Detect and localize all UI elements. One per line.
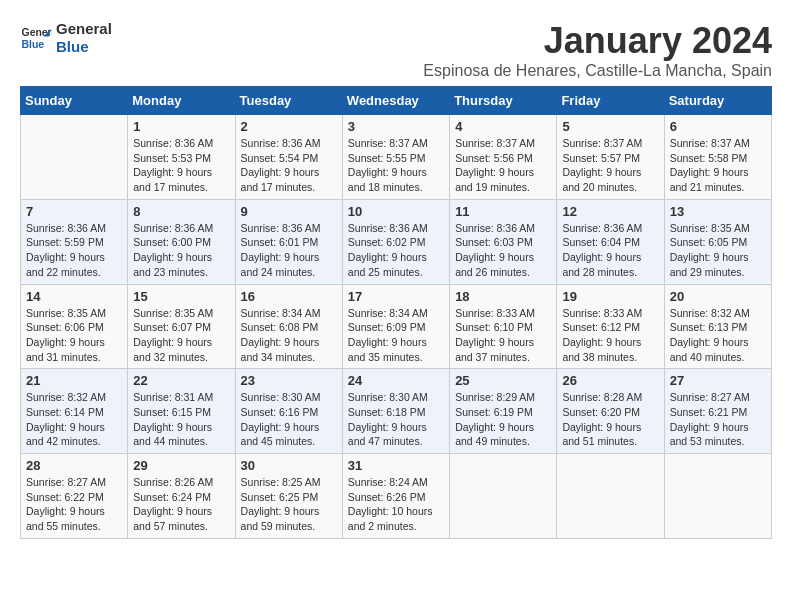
header-friday: Friday [557,87,664,115]
table-row: 31Sunrise: 8:24 AM Sunset: 6:26 PM Dayli… [342,454,449,539]
day-info: Sunrise: 8:36 AM Sunset: 5:53 PM Dayligh… [133,136,229,195]
table-row: 27Sunrise: 8:27 AM Sunset: 6:21 PM Dayli… [664,369,771,454]
table-row: 7Sunrise: 8:36 AM Sunset: 5:59 PM Daylig… [21,199,128,284]
calendar-week-row: 1Sunrise: 8:36 AM Sunset: 5:53 PM Daylig… [21,115,772,200]
table-row: 1Sunrise: 8:36 AM Sunset: 5:53 PM Daylig… [128,115,235,200]
table-row: 17Sunrise: 8:34 AM Sunset: 6:09 PM Dayli… [342,284,449,369]
day-info: Sunrise: 8:24 AM Sunset: 6:26 PM Dayligh… [348,475,444,534]
day-number: 22 [133,373,229,388]
day-number: 17 [348,289,444,304]
day-info: Sunrise: 8:30 AM Sunset: 6:16 PM Dayligh… [241,390,337,449]
header-tuesday: Tuesday [235,87,342,115]
table-row: 6Sunrise: 8:37 AM Sunset: 5:58 PM Daylig… [664,115,771,200]
day-number: 12 [562,204,658,219]
logo-line1: General [56,20,112,38]
day-number: 13 [670,204,766,219]
header-thursday: Thursday [450,87,557,115]
day-number: 11 [455,204,551,219]
day-info: Sunrise: 8:37 AM Sunset: 5:56 PM Dayligh… [455,136,551,195]
days-header-row: Sunday Monday Tuesday Wednesday Thursday… [21,87,772,115]
table-row: 28Sunrise: 8:27 AM Sunset: 6:22 PM Dayli… [21,454,128,539]
day-number: 26 [562,373,658,388]
table-row: 19Sunrise: 8:33 AM Sunset: 6:12 PM Dayli… [557,284,664,369]
day-info: Sunrise: 8:32 AM Sunset: 6:14 PM Dayligh… [26,390,122,449]
day-number: 31 [348,458,444,473]
day-info: Sunrise: 8:36 AM Sunset: 6:02 PM Dayligh… [348,221,444,280]
table-row: 25Sunrise: 8:29 AM Sunset: 6:19 PM Dayli… [450,369,557,454]
day-number: 3 [348,119,444,134]
day-number: 7 [26,204,122,219]
day-info: Sunrise: 8:37 AM Sunset: 5:58 PM Dayligh… [670,136,766,195]
location-subtitle: Espinosa de Henares, Castille-La Mancha,… [423,62,772,80]
table-row: 21Sunrise: 8:32 AM Sunset: 6:14 PM Dayli… [21,369,128,454]
table-row [557,454,664,539]
calendar-table: Sunday Monday Tuesday Wednesday Thursday… [20,86,772,539]
table-row: 10Sunrise: 8:36 AM Sunset: 6:02 PM Dayli… [342,199,449,284]
day-number: 19 [562,289,658,304]
table-row: 5Sunrise: 8:37 AM Sunset: 5:57 PM Daylig… [557,115,664,200]
calendar-week-row: 7Sunrise: 8:36 AM Sunset: 5:59 PM Daylig… [21,199,772,284]
day-number: 23 [241,373,337,388]
table-row: 15Sunrise: 8:35 AM Sunset: 6:07 PM Dayli… [128,284,235,369]
svg-text:Blue: Blue [22,39,45,50]
table-row: 16Sunrise: 8:34 AM Sunset: 6:08 PM Dayli… [235,284,342,369]
day-info: Sunrise: 8:36 AM Sunset: 6:01 PM Dayligh… [241,221,337,280]
day-number: 29 [133,458,229,473]
table-row: 9Sunrise: 8:36 AM Sunset: 6:01 PM Daylig… [235,199,342,284]
table-row [21,115,128,200]
page-header: General Blue General Blue January 2024 E… [20,20,772,80]
day-info: Sunrise: 8:36 AM Sunset: 6:03 PM Dayligh… [455,221,551,280]
table-row: 30Sunrise: 8:25 AM Sunset: 6:25 PM Dayli… [235,454,342,539]
header-saturday: Saturday [664,87,771,115]
day-info: Sunrise: 8:36 AM Sunset: 6:04 PM Dayligh… [562,221,658,280]
day-info: Sunrise: 8:35 AM Sunset: 6:05 PM Dayligh… [670,221,766,280]
day-number: 16 [241,289,337,304]
month-title: January 2024 [423,20,772,62]
day-info: Sunrise: 8:35 AM Sunset: 6:06 PM Dayligh… [26,306,122,365]
day-info: Sunrise: 8:30 AM Sunset: 6:18 PM Dayligh… [348,390,444,449]
day-info: Sunrise: 8:36 AM Sunset: 5:54 PM Dayligh… [241,136,337,195]
day-number: 21 [26,373,122,388]
table-row: 8Sunrise: 8:36 AM Sunset: 6:00 PM Daylig… [128,199,235,284]
table-row: 23Sunrise: 8:30 AM Sunset: 6:16 PM Dayli… [235,369,342,454]
day-info: Sunrise: 8:32 AM Sunset: 6:13 PM Dayligh… [670,306,766,365]
table-row: 20Sunrise: 8:32 AM Sunset: 6:13 PM Dayli… [664,284,771,369]
calendar-week-row: 21Sunrise: 8:32 AM Sunset: 6:14 PM Dayli… [21,369,772,454]
day-number: 10 [348,204,444,219]
day-info: Sunrise: 8:33 AM Sunset: 6:12 PM Dayligh… [562,306,658,365]
table-row: 2Sunrise: 8:36 AM Sunset: 5:54 PM Daylig… [235,115,342,200]
day-info: Sunrise: 8:25 AM Sunset: 6:25 PM Dayligh… [241,475,337,534]
day-info: Sunrise: 8:36 AM Sunset: 6:00 PM Dayligh… [133,221,229,280]
day-info: Sunrise: 8:28 AM Sunset: 6:20 PM Dayligh… [562,390,658,449]
table-row: 18Sunrise: 8:33 AM Sunset: 6:10 PM Dayli… [450,284,557,369]
day-number: 15 [133,289,229,304]
logo-icon: General Blue [20,22,52,54]
day-info: Sunrise: 8:34 AM Sunset: 6:08 PM Dayligh… [241,306,337,365]
day-number: 27 [670,373,766,388]
day-number: 8 [133,204,229,219]
day-number: 1 [133,119,229,134]
calendar-week-row: 28Sunrise: 8:27 AM Sunset: 6:22 PM Dayli… [21,454,772,539]
table-row: 29Sunrise: 8:26 AM Sunset: 6:24 PM Dayli… [128,454,235,539]
table-row: 3Sunrise: 8:37 AM Sunset: 5:55 PM Daylig… [342,115,449,200]
day-number: 4 [455,119,551,134]
table-row: 14Sunrise: 8:35 AM Sunset: 6:06 PM Dayli… [21,284,128,369]
day-number: 24 [348,373,444,388]
day-number: 30 [241,458,337,473]
table-row [664,454,771,539]
day-number: 2 [241,119,337,134]
table-row: 4Sunrise: 8:37 AM Sunset: 5:56 PM Daylig… [450,115,557,200]
header-sunday: Sunday [21,87,128,115]
table-row: 13Sunrise: 8:35 AM Sunset: 6:05 PM Dayli… [664,199,771,284]
day-info: Sunrise: 8:34 AM Sunset: 6:09 PM Dayligh… [348,306,444,365]
logo: General Blue General Blue [20,20,112,56]
day-number: 5 [562,119,658,134]
day-info: Sunrise: 8:26 AM Sunset: 6:24 PM Dayligh… [133,475,229,534]
day-number: 28 [26,458,122,473]
day-info: Sunrise: 8:27 AM Sunset: 6:22 PM Dayligh… [26,475,122,534]
day-info: Sunrise: 8:36 AM Sunset: 5:59 PM Dayligh… [26,221,122,280]
calendar-week-row: 14Sunrise: 8:35 AM Sunset: 6:06 PM Dayli… [21,284,772,369]
title-block: January 2024 Espinosa de Henares, Castil… [423,20,772,80]
header-monday: Monday [128,87,235,115]
day-info: Sunrise: 8:31 AM Sunset: 6:15 PM Dayligh… [133,390,229,449]
